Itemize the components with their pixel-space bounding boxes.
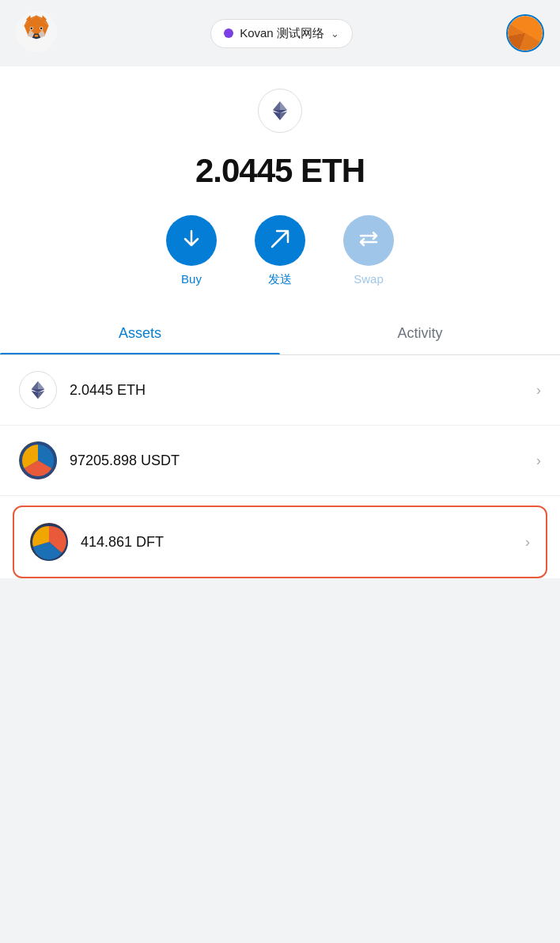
- asset-row-dft[interactable]: 414.861 DFT ›: [13, 506, 547, 578]
- tabs-section: Assets Activity: [0, 312, 560, 355]
- asset-row-eth[interactable]: 2.0445 ETH ›: [0, 355, 560, 426]
- eth-token-icon: [19, 371, 57, 409]
- actions-section: Buy 发送 Sw: [0, 209, 560, 312]
- balance-section: 2.0445 ETH: [0, 142, 560, 209]
- swap-action[interactable]: Swap: [343, 215, 394, 287]
- tab-assets[interactable]: Assets: [0, 312, 280, 354]
- eth-amount: 2.0445 ETH: [70, 382, 536, 399]
- send-circle: [255, 215, 305, 266]
- buy-circle: [166, 215, 217, 266]
- dft-chevron-icon: ›: [525, 534, 530, 551]
- eth-chevron-icon: ›: [536, 382, 541, 399]
- balance-amount: 2.0445 ETH: [195, 152, 365, 189]
- metamask-logo: [16, 11, 57, 55]
- assets-list: 2.0445 ETH › 97205.898 USDT ›: [0, 355, 560, 578]
- svg-marker-16: [280, 112, 287, 120]
- send-icon: [269, 228, 291, 253]
- svg-marker-21: [38, 391, 44, 399]
- network-name: Kovan 测试网络: [240, 26, 324, 41]
- network-dot: [224, 28, 233, 38]
- buy-action[interactable]: Buy: [166, 215, 217, 287]
- usdt-chevron-icon: ›: [536, 453, 541, 469]
- svg-point-10: [40, 28, 43, 30]
- eth-logo-circle: [258, 89, 302, 133]
- asset-row-usdt[interactable]: 97205.898 USDT ›: [0, 426, 560, 496]
- chevron-down-icon: ⌄: [331, 28, 339, 40]
- usdt-token-icon: [19, 441, 57, 479]
- avatar-inner: [508, 16, 543, 51]
- usdt-amount: 97205.898 USDT: [70, 453, 536, 469]
- header: Kovan 测试网络 ⌄: [0, 0, 560, 66]
- eth-logo-section: [0, 66, 560, 142]
- svg-point-13: [34, 35, 38, 37]
- swap-label: Swap: [354, 272, 384, 286]
- buy-label: Buy: [181, 272, 202, 286]
- svg-marker-22: [32, 391, 38, 399]
- svg-point-9: [30, 28, 32, 30]
- buy-icon: [180, 228, 202, 253]
- svg-marker-17: [273, 112, 280, 120]
- send-action[interactable]: 发送: [255, 215, 305, 287]
- network-selector[interactable]: Kovan 测试网络 ⌄: [210, 19, 353, 48]
- dft-token-icon: [30, 523, 68, 561]
- swap-circle: [343, 215, 394, 266]
- swap-icon: [358, 228, 380, 253]
- tab-activity[interactable]: Activity: [280, 312, 560, 354]
- dft-amount: 414.861 DFT: [81, 534, 525, 551]
- main-content: 2.0445 ETH Buy 发送: [0, 66, 560, 578]
- send-label: 发送: [268, 272, 292, 287]
- account-avatar[interactable]: [506, 14, 544, 52]
